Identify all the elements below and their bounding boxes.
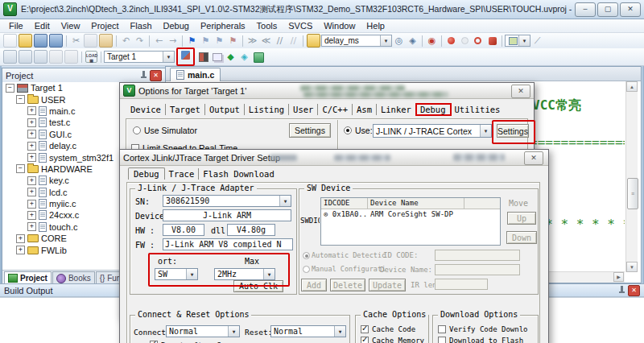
download-to-flash-checkbox[interactable]	[438, 337, 446, 343]
prev-bookmark-icon[interactable]: ⚑	[213, 35, 225, 47]
use-simulator-radio[interactable]	[133, 126, 141, 134]
editor-vertical-scrollbar[interactable]: ▲ ≡ ▼	[625, 81, 638, 272]
configure-tools-icon[interactable]: ⟋	[531, 35, 543, 47]
panel-tab[interactable]: Books	[52, 271, 95, 284]
find-in-files-icon[interactable]	[307, 34, 320, 48]
tree-expander-icon[interactable]	[27, 142, 36, 151]
cache-memory-checkbox[interactable]	[361, 337, 369, 343]
undo-icon[interactable]: ↶	[120, 35, 132, 47]
menu-item[interactable]: Help	[361, 20, 390, 31]
disable-breakpoint-icon[interactable]	[459, 35, 471, 47]
menu-item[interactable]: Project	[85, 20, 124, 31]
lookup-icon[interactable]: ◉	[426, 35, 438, 47]
chevron-down-icon[interactable]: ▼	[334, 326, 345, 337]
dialog-tab[interactable]: Listing	[245, 104, 289, 115]
open-file-icon[interactable]	[19, 34, 32, 48]
tree-expander-icon[interactable]	[27, 222, 36, 231]
outdent-icon[interactable]: ≪	[260, 35, 272, 47]
search-combo[interactable]: delay_ms ▼	[321, 35, 392, 47]
dialog-tab[interactable]: Utilities	[451, 104, 505, 115]
clear-bookmarks-icon[interactable]: ⚑	[227, 35, 239, 47]
kill-breakpoints-icon[interactable]	[473, 35, 485, 47]
new-file-icon[interactable]	[3, 34, 17, 48]
close-panel-icon[interactable]: ✕	[150, 70, 162, 81]
tree-expander-icon[interactable]	[27, 106, 36, 115]
chevron-down-icon[interactable]: ▼	[186, 269, 197, 279]
chevron-down-icon[interactable]: ▼	[279, 196, 291, 206]
dialog-tab[interactable]: Device	[126, 104, 166, 115]
breakpoint-icon[interactable]	[445, 35, 457, 47]
tree-expander-icon[interactable]	[27, 153, 36, 162]
menu-item[interactable]: Peripherals	[195, 20, 251, 31]
use-debugger-radio[interactable]	[344, 126, 352, 134]
stop-build-icon[interactable]	[64, 50, 78, 64]
paste-icon[interactable]	[99, 34, 113, 48]
cut-icon[interactable]: ✂	[70, 35, 82, 47]
table-row[interactable]: ⊙ 0x1BA0... ARM CoreSight SW-DP	[321, 209, 500, 220]
menu-item[interactable]: View	[56, 20, 86, 31]
close-panel-icon[interactable]: ✕	[628, 285, 640, 296]
window-layout-combo[interactable]: ▼	[505, 35, 530, 47]
dialog-tab[interactable]: Debug	[416, 104, 451, 115]
tree-expander-icon[interactable]	[6, 84, 14, 93]
scroll-down-icon[interactable]: ▼	[626, 262, 638, 272]
menu-item[interactable]: File	[3, 20, 29, 31]
save-all-icon[interactable]	[49, 34, 63, 48]
enable-breakpoints-icon[interactable]	[486, 35, 498, 47]
navigate-forward-icon[interactable]: →	[167, 35, 179, 47]
maximize-button[interactable]: ▢	[597, 2, 618, 17]
sn-combo[interactable]: 308621590 ▼	[163, 195, 291, 207]
tree-expander-icon[interactable]	[16, 164, 25, 173]
dialog-tab[interactable]: C/C++	[318, 104, 353, 115]
save-icon[interactable]	[34, 34, 47, 48]
tree-expander-icon[interactable]	[27, 200, 36, 209]
options-for-target-icon[interactable]	[180, 49, 192, 61]
comment-icon[interactable]: //	[274, 35, 286, 47]
tree-expander-icon[interactable]	[27, 211, 36, 220]
file-extensions-icon[interactable]	[211, 51, 223, 63]
menu-item[interactable]: Tools	[251, 20, 283, 31]
next-bookmark-icon[interactable]: ⚑	[200, 35, 212, 47]
sw-device-table[interactable]: IDCODE Device Name ⊙ 0x1BA0... ARM CoreS…	[320, 197, 501, 246]
port-combo[interactable]: SW ▼	[155, 268, 198, 280]
chevron-down-icon[interactable]: ▼	[263, 269, 275, 279]
editor-tab-main-c[interactable]: main.c	[170, 68, 221, 81]
chevron-down-icon[interactable]: ▼	[518, 35, 530, 46]
dialog-close-icon[interactable]: ✕	[511, 85, 530, 98]
connect-combo[interactable]: Normal ▼	[166, 325, 240, 337]
target-select-combo[interactable]: Target 1 ▼	[104, 51, 175, 63]
tree-expander-icon[interactable]	[27, 130, 36, 138]
translate-icon[interactable]	[3, 50, 17, 64]
menu-item[interactable]: SVCS	[283, 20, 318, 31]
download-icon[interactable]: LOAD▦	[85, 51, 97, 63]
tree-expander-icon[interactable]	[16, 95, 25, 104]
dialog-tab[interactable]: User	[289, 104, 318, 115]
tree-expander-icon[interactable]	[16, 246, 25, 254]
navigate-back-icon[interactable]: ←	[153, 35, 165, 47]
find-icon[interactable]: ◎	[393, 35, 405, 47]
tree-expander-icon[interactable]	[27, 118, 36, 127]
scroll-right-icon[interactable]: ▶	[613, 272, 624, 282]
debugger-settings-button[interactable]: Settings	[497, 124, 529, 138]
dialog-tab[interactable]: Linker	[377, 104, 416, 115]
pin-icon[interactable]	[618, 286, 625, 295]
minimize-button[interactable]: –	[575, 2, 596, 17]
simulator-settings-button[interactable]: Settings	[289, 123, 331, 138]
pin-icon[interactable]	[140, 71, 147, 80]
menu-item[interactable]: Window	[318, 20, 361, 31]
rebuild-icon[interactable]	[34, 50, 47, 64]
dialog-tab[interactable]: Target	[166, 104, 205, 115]
pack-installer-icon[interactable]: ◈	[238, 51, 250, 63]
chevron-down-icon[interactable]: ▼	[163, 52, 174, 62]
chevron-down-icon[interactable]: ▼	[480, 125, 491, 137]
chevron-down-icon[interactable]: ▼	[380, 35, 391, 46]
indent-icon[interactable]: ≫	[246, 35, 258, 47]
tree-expander-icon[interactable]	[27, 176, 36, 185]
redo-icon[interactable]: ↷	[134, 35, 146, 47]
debugger-select-combo[interactable]: J-LINK / J-TRACE Cortex ▼	[373, 124, 492, 138]
scrollbar-thumb[interactable]: ≡	[627, 178, 638, 209]
reset-combo[interactable]: Normal ▼	[270, 325, 346, 337]
manage-components-icon[interactable]	[197, 51, 209, 63]
menu-item[interactable]: Debug	[158, 20, 195, 31]
verify-code-download-checkbox[interactable]	[438, 325, 446, 333]
